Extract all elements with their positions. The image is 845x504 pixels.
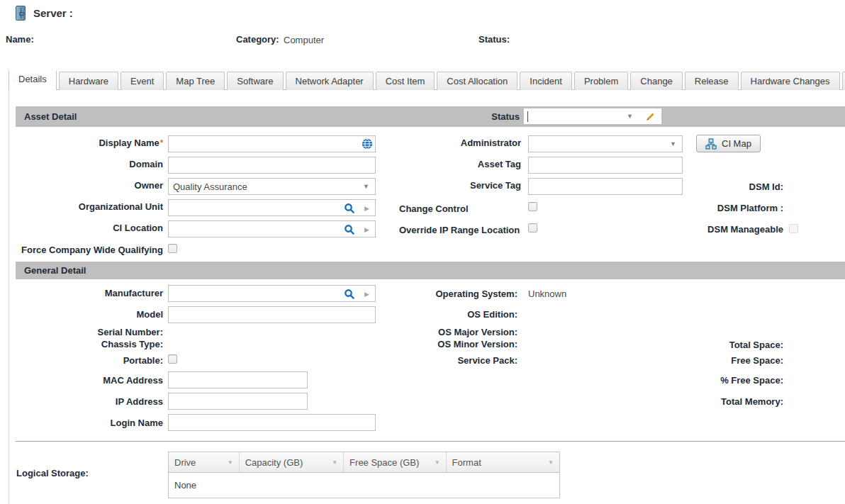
table-row: None [169,473,559,498]
section-divider [16,441,845,442]
domain-input[interactable] [168,157,376,174]
column-label: Capacity (GB) [245,457,303,468]
change-control-label: Change Control [399,203,469,214]
logical-storage-header: Drive▼Capacity (GB)▼Free Space (GB)▼Form… [169,452,559,473]
administrator-label: Administrator [358,138,521,148]
service-pack-label: Service Pack: [386,355,517,366]
override-ip-range-location-checkbox[interactable] [528,223,537,233]
column-header-format[interactable]: Format▼ [447,452,559,472]
total-space-label: Total Space: [642,340,783,350]
model-label: Model [6,309,163,320]
tab-change[interactable]: Change [630,72,683,90]
portable-label: Portable: [6,355,163,366]
login-name-input[interactable] [168,414,376,431]
filter-icon[interactable]: ▼ [548,459,554,466]
page-title: Server : [33,7,73,19]
serial-number-label: Serial Number: [6,327,163,337]
display-name-label: Display Name* [6,138,163,148]
logical-storage-label: Logical Storage: [16,468,89,478]
search-icon[interactable] [344,224,355,235]
category-label: Category: [236,34,279,45]
column-label: Drive [174,457,196,468]
ip-address-label: IP Address [6,396,163,407]
administrator-select[interactable]: ▼ [528,135,683,152]
chevron-right-icon[interactable]: ▶ [364,206,369,212]
column-header-drive[interactable]: Drive▼ [169,452,240,472]
dsm-manageable-label: DSM Manageable [642,224,783,235]
chevron-right-icon[interactable]: ▶ [364,291,369,298]
dsm-manageable-checkbox[interactable] [789,224,798,233]
change-control-checkbox[interactable] [528,202,537,211]
ci-map-button[interactable]: CI Map [696,135,761,152]
login-name-label: Login Name [6,418,163,428]
portable-checkbox[interactable] [168,354,177,364]
general-detail-section-header: General Detail [16,262,845,279]
total-memory-label: Total Memory: [642,396,783,407]
tab-cost-allocation[interactable]: Cost Allocation [437,72,517,90]
os-major-version-label: OS Major Version: [386,327,517,337]
ci-location-label: CI Location [6,223,163,233]
force-company-wide-qualifying-label: Force Company Wide Qualifying [6,245,163,255]
tab-hardware-changes[interactable]: Hardware Changes [741,72,840,90]
general-detail-title: General Detail [24,265,86,276]
dsm-platform-label: DSM Platform : [642,203,783,213]
status-field-label: Status [425,111,520,122]
status-header-label: Status: [479,34,510,45]
server-icon [16,6,26,21]
filter-icon[interactable]: ▼ [435,459,440,466]
server-ci-form: Server : Name: Category: Computer Status… [0,0,845,504]
owner-select-value: Quality Assurance [173,181,247,192]
owner-select[interactable]: Quality Assurance ▼ [168,178,376,195]
tab-software[interactable]: Software [227,72,283,90]
chevron-down-icon[interactable]: ▼ [670,141,676,147]
status-combobox[interactable]: ▼ [523,108,662,125]
ip-address-input[interactable] [168,393,308,410]
service-tag-label: Service Tag [358,180,521,191]
tab-incident[interactable]: Incident [520,72,572,90]
tab-details[interactable]: Details [9,71,57,90]
column-label: Free Space (GB) [349,457,419,468]
manufacturer-picker[interactable]: ▶ [168,285,376,302]
operating-system-value: Unknown [528,289,566,299]
asset-tag-input[interactable] [528,157,683,174]
text-cursor [527,111,528,122]
tab-bar: DetailsHardwareEventMap TreeSoftwareNetw… [9,71,845,90]
name-label: Name: [6,34,34,45]
model-input[interactable] [168,306,376,323]
tab-hardware[interactable]: Hardware [59,72,118,90]
organizational-unit-picker[interactable]: ▶ [168,199,376,216]
mac-address-input[interactable] [168,371,308,388]
pencil-icon[interactable] [644,111,656,123]
filter-icon[interactable]: ▼ [332,459,337,466]
ci-map-button-label: CI Map [722,138,751,149]
tab-cost-item[interactable]: Cost Item [376,72,435,90]
column-header-free-space-gb-[interactable]: Free Space (GB)▼ [344,452,446,472]
filter-icon[interactable]: ▼ [228,459,233,466]
tab-network-adapter[interactable]: Network Adapter [286,72,374,90]
tab-software-changes[interactable]: Software Changes [842,72,845,90]
logical-storage-empty: None [174,480,196,491]
os-minor-version-label: OS Minor Version: [386,339,517,349]
column-label: Format [452,457,481,468]
os-edition-label: OS Edition: [386,309,517,320]
chevron-down-icon[interactable]: ▼ [627,113,633,120]
tab-map-tree[interactable]: Map Tree [166,72,225,90]
tab-event[interactable]: Event [121,72,164,90]
override-ip-range-location-label: Override IP Range Location [399,225,520,235]
chevron-right-icon[interactable]: ▶ [364,227,369,233]
dsm-id-label: DSM Id: [642,181,783,192]
search-icon[interactable] [344,203,355,214]
ci-location-picker[interactable]: ▶ [168,220,376,237]
search-icon[interactable] [344,289,355,300]
force-company-wide-qualifying-checkbox[interactable] [168,244,177,253]
operating-system-label: Operating System: [386,289,517,299]
display-name-input[interactable] [168,135,376,152]
free-space-label: Free Space: [642,355,783,366]
owner-label: Owner [6,180,163,191]
org-chart-icon [705,138,717,150]
asset-detail-title: Asset Detail [24,111,77,122]
tab-problem[interactable]: Problem [574,72,628,90]
logical-storage-table: Drive▼Capacity (GB)▼Free Space (GB)▼Form… [168,452,560,498]
tab-release[interactable]: Release [685,72,739,90]
column-header-capacity-gb-[interactable]: Capacity (GB)▼ [240,452,344,472]
